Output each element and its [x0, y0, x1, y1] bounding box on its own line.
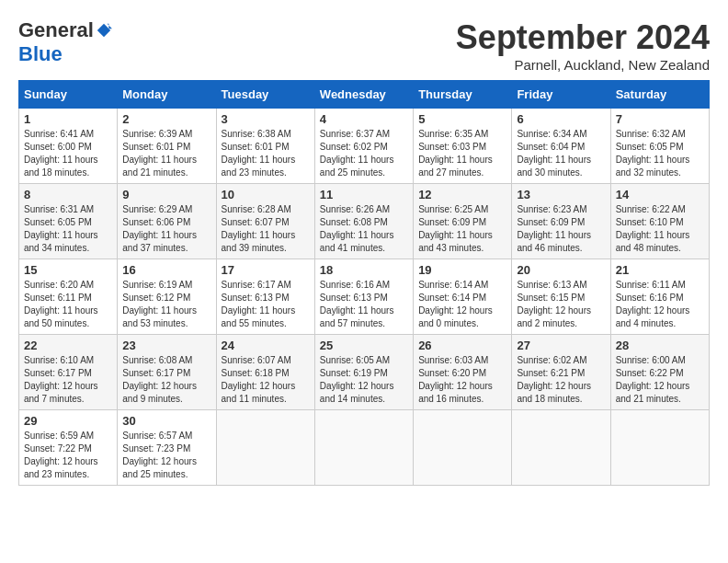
weekday-header-tuesday: Tuesday — [216, 81, 314, 109]
calendar-cell: 13Sunrise: 6:23 AM Sunset: 6:09 PM Dayli… — [512, 184, 610, 259]
day-number: 30 — [122, 414, 210, 428]
calendar-cell: 3Sunrise: 6:38 AM Sunset: 6:01 PM Daylig… — [216, 109, 314, 184]
day-info: Sunrise: 6:14 AM Sunset: 6:14 PM Dayligh… — [418, 279, 506, 330]
day-number: 15 — [24, 263, 112, 277]
day-number: 26 — [418, 339, 506, 352]
weekday-header-thursday: Thursday — [414, 81, 512, 109]
calendar-cell: 1Sunrise: 6:41 AM Sunset: 6:00 PM Daylig… — [19, 109, 118, 184]
calendar-cell: 19Sunrise: 6:14 AM Sunset: 6:14 PM Dayli… — [414, 259, 512, 335]
day-info: Sunrise: 6:41 AM Sunset: 6:00 PM Dayligh… — [24, 128, 112, 179]
day-info: Sunrise: 6:28 AM Sunset: 6:07 PM Dayligh… — [222, 203, 310, 255]
day-info: Sunrise: 6:38 AM Sunset: 6:01 PM Dayligh… — [222, 128, 310, 179]
day-info: Sunrise: 6:31 AM Sunset: 6:05 PM Dayligh… — [24, 203, 112, 255]
day-info: Sunrise: 6:20 AM Sunset: 6:11 PM Dayligh… — [24, 279, 112, 330]
title-block: September 2024 Parnell, Auckland, New Ze… — [456, 18, 710, 73]
day-info: Sunrise: 6:59 AM Sunset: 7:22 PM Dayligh… — [24, 430, 112, 481]
weekday-header-sunday: Sunday — [19, 81, 118, 109]
calendar-cell: 15Sunrise: 6:20 AM Sunset: 6:11 PM Dayli… — [19, 259, 118, 335]
calendar-cell: 30Sunrise: 6:57 AM Sunset: 7:23 PM Dayli… — [118, 410, 216, 486]
day-number: 10 — [222, 188, 310, 201]
weekday-header-monday: Monday — [118, 81, 216, 109]
day-info: Sunrise: 6:10 AM Sunset: 6:17 PM Dayligh… — [24, 354, 112, 406]
day-number: 5 — [418, 112, 506, 126]
logo-icon — [96, 22, 112, 39]
calendar-cell: 17Sunrise: 6:17 AM Sunset: 6:13 PM Dayli… — [216, 259, 314, 335]
day-number: 16 — [122, 263, 210, 277]
weekday-header-row: SundayMondayTuesdayWednesdayThursdayFrid… — [19, 81, 710, 109]
day-info: Sunrise: 6:19 AM Sunset: 6:12 PM Dayligh… — [122, 279, 210, 330]
calendar-cell: 8Sunrise: 6:31 AM Sunset: 6:05 PM Daylig… — [19, 184, 118, 259]
day-info: Sunrise: 6:07 AM Sunset: 6:18 PM Dayligh… — [222, 354, 310, 406]
day-info: Sunrise: 6:35 AM Sunset: 6:03 PM Dayligh… — [418, 128, 506, 179]
day-number: 14 — [616, 188, 704, 201]
calendar-cell: 7Sunrise: 6:32 AM Sunset: 6:05 PM Daylig… — [610, 109, 709, 184]
day-info: Sunrise: 6:32 AM Sunset: 6:05 PM Dayligh… — [616, 128, 704, 179]
day-number: 20 — [517, 263, 605, 277]
day-number: 24 — [222, 339, 310, 352]
day-info: Sunrise: 6:37 AM Sunset: 6:02 PM Dayligh… — [320, 128, 408, 179]
day-info: Sunrise: 6:26 AM Sunset: 6:08 PM Dayligh… — [320, 203, 408, 255]
calendar-cell — [414, 410, 512, 486]
calendar-cell: 22Sunrise: 6:10 AM Sunset: 6:17 PM Dayli… — [19, 335, 118, 410]
calendar-cell — [314, 410, 413, 486]
calendar-table: SundayMondayTuesdayWednesdayThursdayFrid… — [18, 80, 710, 486]
logo-general: General — [18, 18, 94, 42]
day-number: 22 — [24, 339, 112, 352]
weekday-header-saturday: Saturday — [610, 81, 709, 109]
day-number: 18 — [320, 263, 408, 277]
calendar-cell: 11Sunrise: 6:26 AM Sunset: 6:08 PM Dayli… — [314, 184, 413, 259]
calendar-week-3: 15Sunrise: 6:20 AM Sunset: 6:11 PM Dayli… — [19, 259, 710, 335]
day-number: 6 — [517, 112, 605, 126]
page-header: General Blue September 2024 Parnell, Auc… — [18, 18, 710, 73]
calendar-week-1: 1Sunrise: 6:41 AM Sunset: 6:00 PM Daylig… — [19, 109, 710, 184]
day-info: Sunrise: 6:08 AM Sunset: 6:17 PM Dayligh… — [122, 354, 210, 406]
weekday-header-wednesday: Wednesday — [314, 81, 413, 109]
day-info: Sunrise: 6:29 AM Sunset: 6:06 PM Dayligh… — [122, 203, 210, 255]
day-info: Sunrise: 6:03 AM Sunset: 6:20 PM Dayligh… — [418, 354, 506, 406]
day-info: Sunrise: 6:11 AM Sunset: 6:16 PM Dayligh… — [616, 279, 704, 330]
day-number: 3 — [222, 112, 310, 126]
day-info: Sunrise: 6:02 AM Sunset: 6:21 PM Dayligh… — [517, 354, 605, 406]
calendar-cell: 21Sunrise: 6:11 AM Sunset: 6:16 PM Dayli… — [610, 259, 709, 335]
calendar-cell: 14Sunrise: 6:22 AM Sunset: 6:10 PM Dayli… — [610, 184, 709, 259]
day-number: 21 — [616, 263, 704, 277]
month-title: September 2024 — [456, 18, 710, 57]
calendar-week-4: 22Sunrise: 6:10 AM Sunset: 6:17 PM Dayli… — [19, 335, 710, 410]
day-number: 11 — [320, 188, 408, 201]
calendar-cell: 25Sunrise: 6:05 AM Sunset: 6:19 PM Dayli… — [314, 335, 413, 410]
logo-blue: Blue — [18, 42, 63, 65]
day-number: 19 — [418, 263, 506, 277]
day-info: Sunrise: 6:25 AM Sunset: 6:09 PM Dayligh… — [418, 203, 506, 255]
day-number: 23 — [122, 339, 210, 352]
day-info: Sunrise: 6:23 AM Sunset: 6:09 PM Dayligh… — [517, 203, 605, 255]
calendar-cell — [216, 410, 314, 486]
day-info: Sunrise: 6:39 AM Sunset: 6:01 PM Dayligh… — [122, 128, 210, 179]
day-number: 25 — [320, 339, 408, 352]
calendar-cell: 10Sunrise: 6:28 AM Sunset: 6:07 PM Dayli… — [216, 184, 314, 259]
day-number: 1 — [24, 112, 112, 126]
day-number: 28 — [616, 339, 704, 352]
calendar-cell — [610, 410, 709, 486]
day-info: Sunrise: 6:34 AM Sunset: 6:04 PM Dayligh… — [517, 128, 605, 179]
day-number: 29 — [24, 414, 112, 428]
logo: General Blue — [18, 18, 112, 66]
calendar-cell: 5Sunrise: 6:35 AM Sunset: 6:03 PM Daylig… — [414, 109, 512, 184]
calendar-cell: 12Sunrise: 6:25 AM Sunset: 6:09 PM Dayli… — [414, 184, 512, 259]
day-info: Sunrise: 6:13 AM Sunset: 6:15 PM Dayligh… — [517, 279, 605, 330]
calendar-cell: 18Sunrise: 6:16 AM Sunset: 6:13 PM Dayli… — [314, 259, 413, 335]
calendar-cell: 26Sunrise: 6:03 AM Sunset: 6:20 PM Dayli… — [414, 335, 512, 410]
calendar-cell: 20Sunrise: 6:13 AM Sunset: 6:15 PM Dayli… — [512, 259, 610, 335]
calendar-cell: 29Sunrise: 6:59 AM Sunset: 7:22 PM Dayli… — [19, 410, 118, 486]
calendar-cell: 2Sunrise: 6:39 AM Sunset: 6:01 PM Daylig… — [118, 109, 216, 184]
day-info: Sunrise: 6:57 AM Sunset: 7:23 PM Dayligh… — [122, 430, 210, 481]
calendar-cell — [512, 410, 610, 486]
day-info: Sunrise: 6:16 AM Sunset: 6:13 PM Dayligh… — [320, 279, 408, 330]
calendar-cell: 6Sunrise: 6:34 AM Sunset: 6:04 PM Daylig… — [512, 109, 610, 184]
day-number: 7 — [616, 112, 704, 126]
calendar-cell: 28Sunrise: 6:00 AM Sunset: 6:22 PM Dayli… — [610, 335, 709, 410]
day-info: Sunrise: 6:05 AM Sunset: 6:19 PM Dayligh… — [320, 354, 408, 406]
calendar-week-5: 29Sunrise: 6:59 AM Sunset: 7:22 PM Dayli… — [19, 410, 710, 486]
calendar-cell: 24Sunrise: 6:07 AM Sunset: 6:18 PM Dayli… — [216, 335, 314, 410]
calendar-cell: 9Sunrise: 6:29 AM Sunset: 6:06 PM Daylig… — [118, 184, 216, 259]
calendar-cell: 23Sunrise: 6:08 AM Sunset: 6:17 PM Dayli… — [118, 335, 216, 410]
